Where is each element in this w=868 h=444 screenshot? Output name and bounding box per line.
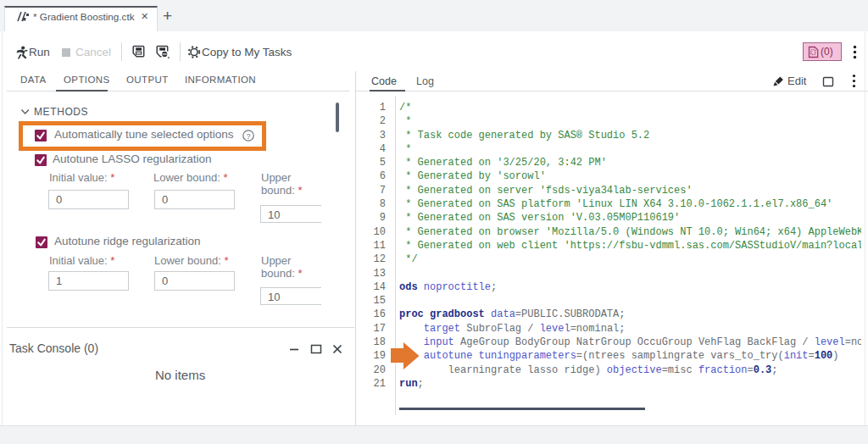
svg-text:?: ? bbox=[246, 132, 250, 141]
